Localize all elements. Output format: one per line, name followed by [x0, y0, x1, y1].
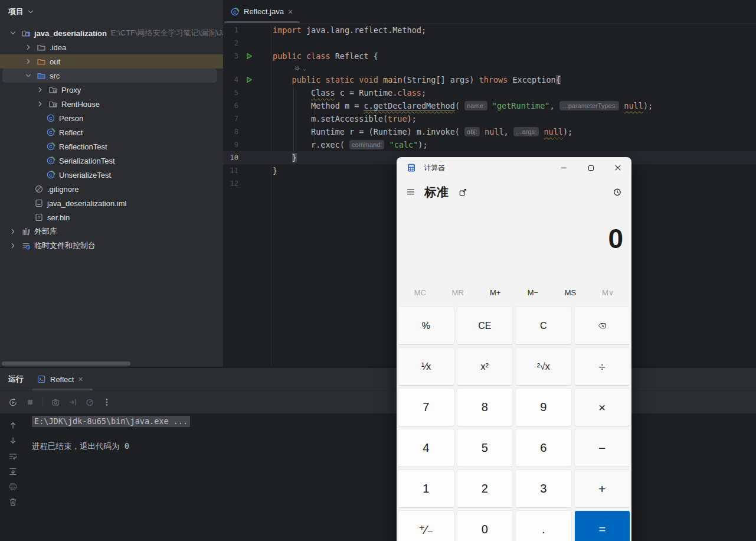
calc-key-=[interactable]: =: [574, 510, 631, 541]
calc-key-²√x[interactable]: ²√x: [515, 347, 572, 386]
rerun-icon[interactable]: [8, 397, 18, 407]
calc-key-4[interactable]: 4: [398, 429, 454, 467]
memory-button-mc[interactable]: MC: [401, 285, 439, 300]
tree-item-RentHouse[interactable]: RentHouse: [0, 97, 223, 111]
calc-key-1[interactable]: 1: [398, 470, 454, 508]
memory-button-m[interactable]: M∨: [589, 285, 627, 300]
gear-hint-icon: [292, 63, 302, 73]
calc-key-CE[interactable]: CE: [457, 307, 513, 345]
code-line-7: 7 m.setAccessible(true);: [223, 112, 756, 125]
run-gutter-icon[interactable]: [244, 75, 254, 84]
more-icon[interactable]: [102, 397, 112, 407]
chevron-right-icon[interactable]: [35, 85, 45, 94]
camera-icon[interactable]: [51, 397, 60, 407]
calculator-keypad: %CEC⅟xx²²√x÷789×456−123+⁺⁄₋0.=: [398, 307, 630, 541]
scroll-end-icon[interactable]: [8, 467, 18, 476]
chevron-right-icon[interactable]: [8, 241, 18, 250]
calc-key-x²[interactable]: x²: [457, 347, 513, 386]
calc-key-7[interactable]: 7: [398, 388, 454, 426]
chevron-right-icon[interactable]: [24, 57, 33, 66]
project-panel-header[interactable]: 项目: [8, 5, 35, 19]
memory-button-m[interactable]: M−: [514, 285, 552, 300]
keep-on-top-icon[interactable]: [458, 187, 467, 197]
tree-item-.gitignore[interactable]: .gitignore: [0, 182, 223, 196]
tree-item-ReflectionTest[interactable]: CReflectionTest: [0, 139, 223, 154]
tree-item-label: Proxy: [61, 86, 81, 94]
memory-button-mr[interactable]: MR: [439, 285, 477, 300]
scratches-icon: [21, 241, 31, 250]
calc-key-⅟x[interactable]: ⅟x: [398, 347, 454, 386]
tree-item-[interactable]: 临时文件和控制台: [0, 239, 223, 253]
chevron-down-icon[interactable]: [8, 28, 18, 38]
tree-item-Reflect[interactable]: CReflect: [0, 125, 223, 139]
class-run-icon: C: [46, 142, 55, 151]
class-run-icon: C: [46, 170, 55, 180]
svg-text:C: C: [49, 158, 53, 164]
project-tree-horizontal-scrollbar[interactable]: [2, 361, 130, 366]
tree-item-UnserializeTest[interactable]: CUnserializeTest: [0, 168, 223, 182]
print-icon[interactable]: [8, 482, 18, 491]
stop-icon[interactable]: [25, 397, 35, 407]
calc-key-−[interactable]: −: [574, 429, 631, 467]
code-line-3: 3public class Reflect {: [223, 50, 756, 63]
close-run-tab-icon[interactable]: ×: [78, 374, 83, 384]
run-toolbar: [0, 390, 756, 413]
import-icon[interactable]: [68, 397, 77, 407]
calc-key-+[interactable]: +: [574, 470, 631, 508]
maximize-button[interactable]: [577, 157, 604, 178]
close-button[interactable]: [604, 157, 631, 178]
chevron-right-icon[interactable]: [24, 43, 33, 52]
chevron-down-icon: ⌄: [303, 65, 306, 71]
calc-key-%[interactable]: %: [398, 307, 454, 345]
tree-item-SerializationTest[interactable]: CSerializationTest: [0, 154, 223, 168]
soft-wrap-icon[interactable]: [8, 451, 18, 461]
tab-reflect-java[interactable]: C Reflect.java ×: [230, 0, 293, 23]
calc-key-6[interactable]: 6: [515, 429, 572, 467]
history-icon[interactable]: [613, 187, 622, 197]
memory-button-m[interactable]: M+: [476, 285, 514, 300]
tree-item-java_deserialization.iml[interactable]: java_deserialization.iml: [0, 196, 223, 210]
tree-item-ser.bin[interactable]: ?ser.bin: [0, 210, 223, 224]
calc-key-8[interactable]: 8: [457, 388, 513, 426]
run-tab-reflect[interactable]: Reflect ×: [37, 368, 83, 390]
calc-key-×[interactable]: ×: [574, 388, 631, 426]
line-number: 4: [223, 73, 238, 86]
calc-key-5[interactable]: 5: [457, 429, 513, 467]
tree-item-.idea[interactable]: .idea: [0, 40, 223, 54]
close-tab-icon[interactable]: ×: [288, 7, 293, 17]
line-number: 3: [223, 50, 238, 63]
tree-item-Person[interactable]: CPerson: [0, 111, 223, 125]
tree-item-out[interactable]: out: [0, 54, 223, 69]
class-run-icon: C: [46, 156, 55, 165]
minimize-button[interactable]: [550, 157, 577, 178]
tree-item-src[interactable]: src: [2, 69, 217, 83]
chevron-down-icon[interactable]: [24, 71, 33, 80]
code-text: public class Reflect {: [273, 50, 378, 63]
calc-key-÷[interactable]: ÷: [574, 347, 631, 386]
run-gutter-icon[interactable]: [244, 51, 254, 61]
calc-key-C[interactable]: C: [515, 307, 572, 345]
tree-item-java_deserialization[interactable]: java_deserializationE:\CTF\网络安全学习笔记\漏洞\J…: [0, 26, 223, 40]
chevron-right-icon[interactable]: [8, 227, 18, 236]
memory-button-ms[interactable]: MS: [552, 285, 590, 300]
arrow-down-icon[interactable]: [8, 436, 18, 445]
gauge-icon[interactable]: [85, 397, 94, 407]
chevron-right-icon[interactable]: [35, 99, 45, 109]
calculator-title-bar[interactable]: 计算器: [397, 157, 631, 178]
tree-item-[interactable]: 外部库: [0, 224, 223, 239]
tree-item-Proxy[interactable]: Proxy: [0, 83, 223, 97]
svg-text:C: C: [49, 144, 53, 149]
tree-item-label: UnserializeTest: [59, 171, 111, 180]
calc-key-0[interactable]: 0: [457, 510, 513, 541]
calc-key-9[interactable]: 9: [515, 388, 572, 426]
code-text: Runtime r = (Runtime) m.invoke( obj: nul…: [273, 125, 572, 138]
calc-key-.[interactable]: .: [515, 510, 572, 541]
console-command-line: E:\JDK\jdk-8u65\bin\java.exe ...: [32, 415, 190, 428]
trash-icon[interactable]: [8, 497, 18, 507]
calc-key-backspace[interactable]: [574, 307, 631, 345]
arrow-up-icon[interactable]: [8, 421, 18, 430]
calc-key-⁺⁄₋[interactable]: ⁺⁄₋: [398, 510, 454, 541]
calc-key-2[interactable]: 2: [457, 470, 513, 508]
calc-key-3[interactable]: 3: [515, 470, 572, 508]
hamburger-menu-icon[interactable]: [406, 187, 415, 197]
